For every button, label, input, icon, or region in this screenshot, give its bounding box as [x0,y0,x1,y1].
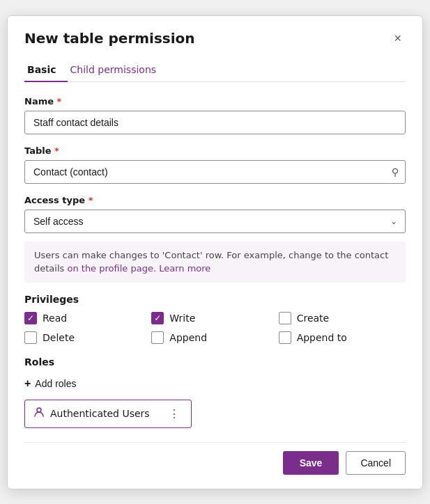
privilege-append[interactable]: Append [151,331,278,344]
delete-checkbox[interactable] [24,331,37,344]
privilege-create[interactable]: Create [279,312,406,324]
name-label: Name * [24,96,406,107]
add-roles-button[interactable]: + Add roles [24,375,77,393]
name-field-group: Name * [24,96,406,134]
dialog-header: New table permission × [24,30,406,47]
plus-icon: + [24,377,31,390]
role-name: Authenticated Users [50,408,150,419]
table-search-wrapper: ⚲ [24,160,406,184]
create-checkbox[interactable] [279,312,291,324]
access-type-label: Access type * [24,195,406,205]
save-button[interactable]: Save [283,451,339,475]
learn-more-link[interactable]: Learn more [159,263,210,274]
delete-label: Delete [43,332,75,343]
dialog-title: New table permission [24,30,195,47]
roles-section: Roles + Add roles Authenticated Users ⋮ [24,356,406,428]
privilege-append-to[interactable]: Append to [279,331,406,344]
tab-bar: Basic Child permissions [24,58,406,82]
table-label: Table * [24,145,406,156]
role-tag-left: Authenticated Users [33,407,150,420]
read-checkbox[interactable] [24,312,37,324]
privilege-write[interactable]: Write [151,312,278,324]
tab-child-permissions[interactable]: Child permissions [68,58,168,82]
privilege-delete[interactable]: Delete [24,331,151,344]
privileges-section: Privileges Read Write Create Delete Appe… [24,294,406,344]
create-label: Create [297,313,330,324]
append-checkbox[interactable] [151,331,164,344]
profile-page-link[interactable]: on the profile page. [67,263,156,274]
close-button[interactable]: × [390,30,406,47]
append-label: Append [169,332,207,343]
access-type-select-wrapper: Self access Global access Local access D… [24,210,406,233]
table-input[interactable] [24,160,406,184]
add-roles-label: Add roles [35,378,76,389]
append-to-checkbox[interactable] [279,331,291,344]
privileges-label: Privileges [24,294,406,305]
read-label: Read [43,313,67,324]
access-type-select[interactable]: Self access Global access Local access D… [24,210,406,233]
role-menu-button[interactable]: ⋮ [166,406,183,422]
privileges-grid: Read Write Create Delete Append Append t [24,312,406,344]
write-label: Write [169,313,195,324]
privilege-read[interactable]: Read [24,312,151,324]
tab-basic[interactable]: Basic [24,58,68,82]
cancel-button[interactable]: Cancel [346,451,406,475]
write-checkbox[interactable] [151,312,164,324]
table-field-group: Table * ⚲ [24,145,406,184]
access-type-info-box: Users can make changes to 'Contact' row.… [24,242,406,283]
role-tag-authenticated-users: Authenticated Users ⋮ [24,400,192,428]
access-type-field-group: Access type * Self access Global access … [24,195,406,233]
roles-label: Roles [24,356,406,368]
append-to-label: Append to [297,332,347,343]
svg-point-0 [37,408,41,412]
dialog-footer: Save Cancel [24,442,406,475]
role-user-icon [33,407,45,420]
name-input[interactable] [24,111,406,134]
new-table-permission-dialog: New table permission × Basic Child permi… [7,15,423,489]
